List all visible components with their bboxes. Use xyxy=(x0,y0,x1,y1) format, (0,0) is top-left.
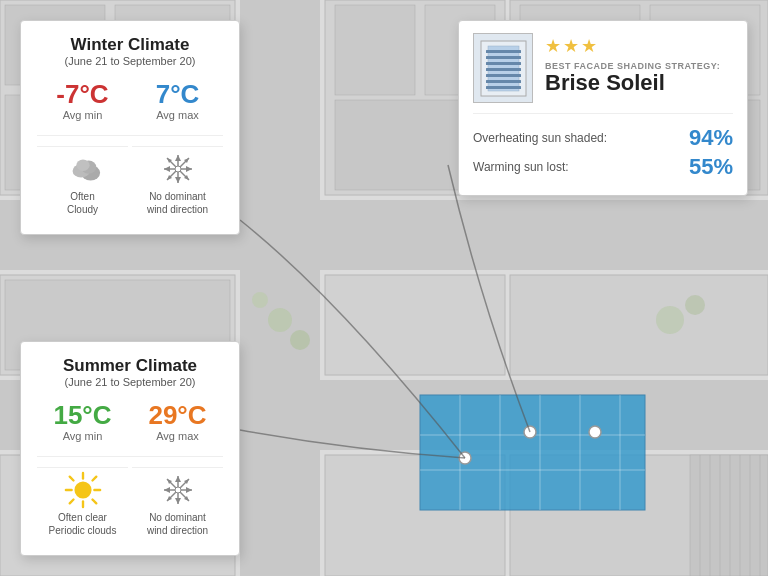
svg-line-70 xyxy=(92,500,96,504)
shading-stats: Overheating sun shaded: 94% Warming sun … xyxy=(473,113,733,180)
svg-line-72 xyxy=(69,500,73,504)
warming-label: Warming sun lost: xyxy=(473,160,569,174)
overheating-label: Overheating sun shaded: xyxy=(473,131,607,145)
svg-rect-23 xyxy=(690,455,768,576)
svg-point-32 xyxy=(290,330,310,350)
svg-rect-88 xyxy=(486,50,521,53)
winter-avg-max-label: Avg max xyxy=(156,109,199,121)
svg-marker-56 xyxy=(175,177,181,183)
summer-divider xyxy=(37,456,223,457)
summer-wind-cell: No dominantwind direction xyxy=(132,467,223,541)
winter-divider xyxy=(37,135,223,136)
summer-avg-max-label: Avg max xyxy=(156,430,199,442)
star-2: ★ xyxy=(563,35,579,57)
summer-avg-min-value: 15°C xyxy=(53,402,111,428)
warming-value: 55% xyxy=(689,154,733,180)
winter-avg-max-value: 7°C xyxy=(156,81,200,107)
svg-point-31 xyxy=(268,308,292,332)
svg-rect-90 xyxy=(486,62,521,65)
warming-stat-row: Warming sun lost: 55% xyxy=(473,154,733,180)
stars-row: ★ ★ ★ xyxy=(545,35,733,57)
winter-sky-label: OftenCloudy xyxy=(67,190,98,216)
summer-climate-card: Summer Climate (June 21 to September 20)… xyxy=(20,341,240,556)
svg-marker-78 xyxy=(175,498,181,504)
svg-rect-93 xyxy=(486,80,521,83)
wind-icon-winter xyxy=(156,151,200,187)
svg-marker-80 xyxy=(186,487,192,493)
summer-card-grid: 15°C Avg min 29°C Avg max xyxy=(37,398,223,541)
svg-marker-77 xyxy=(175,476,181,482)
winter-wind-label: No dominantwind direction xyxy=(147,190,208,216)
svg-rect-18 xyxy=(325,275,505,375)
overheating-stat-row: Overheating sun shaded: 94% xyxy=(473,125,733,151)
summer-card-subtitle: (June 21 to September 20) xyxy=(37,376,223,388)
svg-point-85 xyxy=(175,487,181,493)
svg-rect-92 xyxy=(486,74,521,77)
cloud-icon xyxy=(61,151,105,187)
overheating-value: 94% xyxy=(689,125,733,151)
summer-avg-max-value: 29°C xyxy=(148,402,206,428)
summer-avg-min-cell: 15°C Avg min xyxy=(37,398,128,446)
winter-avg-min-cell: -7°C Avg min xyxy=(37,77,128,125)
svg-point-35 xyxy=(685,295,705,315)
wind-icon-summer xyxy=(156,472,200,508)
svg-rect-94 xyxy=(486,86,521,89)
summer-sky-label: Often clearPeriodic clouds xyxy=(49,511,117,537)
svg-line-69 xyxy=(69,477,73,481)
summer-card-title: Summer Climate xyxy=(37,356,223,376)
svg-rect-91 xyxy=(486,68,521,71)
svg-marker-57 xyxy=(164,166,170,172)
star-3: ★ xyxy=(581,35,597,57)
svg-rect-36 xyxy=(420,395,645,510)
svg-point-44 xyxy=(459,452,471,464)
svg-point-45 xyxy=(524,426,536,438)
svg-rect-89 xyxy=(486,56,521,59)
winter-climate-card: Winter Climate (June 21 to September 20)… xyxy=(20,20,240,235)
star-1: ★ xyxy=(545,35,561,57)
shading-info: ★ ★ ★ Best Facade Shading Strategy: Bris… xyxy=(545,33,733,95)
winter-avg-min-label: Avg min xyxy=(63,109,103,121)
svg-point-46 xyxy=(589,426,601,438)
svg-point-33 xyxy=(252,292,268,308)
winter-sky-cell: OftenCloudy xyxy=(37,146,128,220)
winter-avg-max-cell: 7°C Avg max xyxy=(132,77,223,125)
svg-rect-19 xyxy=(510,275,768,375)
winter-card-subtitle: (June 21 to September 20) xyxy=(37,55,223,67)
winter-card-grid: -7°C Avg min 7°C Avg max OftenCloudy xyxy=(37,77,223,220)
sun-icon xyxy=(61,472,105,508)
shading-header: ★ ★ ★ Best Facade Shading Strategy: Bris… xyxy=(473,33,733,103)
svg-marker-55 xyxy=(175,155,181,161)
winter-wind-cell: No dominantwind direction xyxy=(132,146,223,220)
svg-marker-79 xyxy=(164,487,170,493)
svg-marker-58 xyxy=(186,166,192,172)
svg-point-64 xyxy=(74,481,91,498)
svg-rect-1 xyxy=(240,0,320,576)
svg-line-71 xyxy=(92,477,96,481)
summer-wind-label: No dominantwind direction xyxy=(147,511,208,537)
strategy-name: Brise Soleil xyxy=(545,71,733,95)
svg-point-50 xyxy=(76,160,89,171)
winter-avg-min-value: -7°C xyxy=(56,81,108,107)
svg-point-63 xyxy=(175,166,181,172)
summer-avg-max-cell: 29°C Avg max xyxy=(132,398,223,446)
svg-point-34 xyxy=(656,306,684,334)
summer-sky-cell: Often clearPeriodic clouds xyxy=(37,467,128,541)
winter-card-title: Winter Climate xyxy=(37,35,223,55)
summer-avg-min-label: Avg min xyxy=(63,430,103,442)
shading-strategy-card: ★ ★ ★ Best Facade Shading Strategy: Bris… xyxy=(458,20,748,196)
svg-rect-9 xyxy=(335,5,415,95)
facade-illustration xyxy=(473,33,533,103)
